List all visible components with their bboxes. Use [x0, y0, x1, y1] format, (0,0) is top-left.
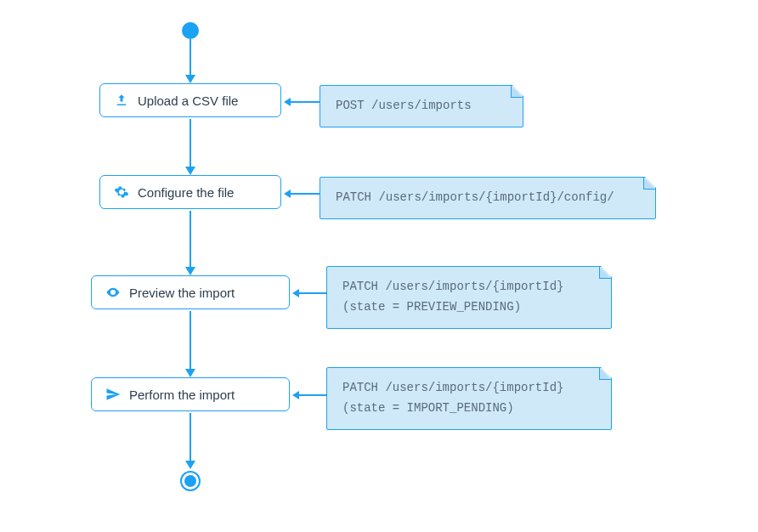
step-upload: Upload a CSV file	[99, 83, 281, 117]
note-pointer	[291, 101, 320, 103]
end-node	[180, 471, 201, 491]
step-perform: Perform the import	[91, 377, 290, 411]
arrow-down-icon	[185, 461, 195, 469]
arrow-down-icon	[185, 369, 195, 377]
upload-icon	[114, 93, 129, 108]
note-pointer-tail	[292, 391, 299, 399]
note-pointer	[299, 394, 326, 396]
step-preview: Preview the import	[91, 275, 290, 309]
connector	[190, 39, 191, 76]
note-line: PATCH /users/imports/{importId}	[342, 378, 596, 399]
arrow-down-icon	[185, 75, 195, 83]
arrow-down-icon	[185, 167, 195, 175]
note-line: (state = PREVIEW_PENDING)	[342, 297, 596, 318]
connector	[190, 311, 191, 371]
api-note: PATCH /users/imports/{importId} (state =…	[326, 266, 612, 329]
note-line: PATCH /users/imports/{importId}	[342, 277, 596, 297]
note-pointer	[291, 193, 320, 195]
step-label: Upload a CSV file	[138, 93, 238, 108]
note-line: POST /users/imports	[336, 96, 507, 116]
step-label: Perform the import	[129, 388, 235, 402]
api-note: PATCH /users/imports/{importId} (state =…	[326, 367, 612, 430]
note-pointer	[299, 292, 326, 294]
connector	[190, 413, 191, 462]
gear-icon	[114, 184, 129, 200]
connector	[190, 211, 191, 269]
step-label: Preview the import	[129, 286, 235, 300]
note-line: PATCH /users/imports/{importId}/config/	[336, 188, 640, 208]
note-line: (state = IMPORT_PENDING)	[342, 399, 596, 419]
note-pointer-tail	[284, 98, 291, 106]
step-label: Configure the file	[138, 185, 234, 200]
step-configure: Configure the file	[99, 175, 281, 209]
api-note: POST /users/imports	[320, 85, 523, 127]
api-note: PATCH /users/imports/{importId}/config/	[320, 177, 656, 219]
arrow-down-icon	[185, 267, 195, 275]
connector	[190, 119, 191, 168]
end-node-inner	[184, 475, 196, 487]
flow-diagram: Upload a CSV file POST /users/imports Co…	[0, 0, 758, 532]
start-node	[182, 22, 199, 39]
note-pointer-tail	[284, 190, 291, 198]
eye-icon	[105, 285, 121, 300]
send-icon	[105, 387, 121, 402]
note-pointer-tail	[292, 289, 299, 297]
